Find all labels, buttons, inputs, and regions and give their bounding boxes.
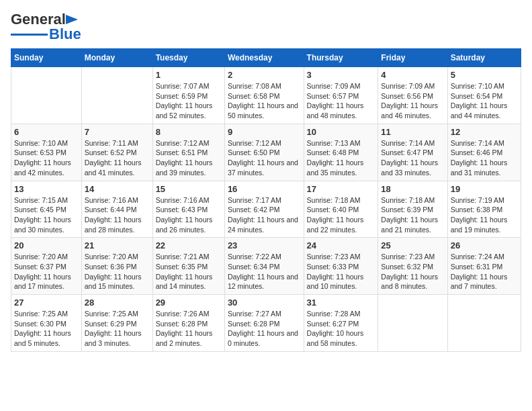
calendar-cell: 19Sunrise: 7:19 AMSunset: 6:38 PMDayligh… bbox=[447, 181, 521, 238]
day-number: 21 bbox=[85, 240, 150, 250]
calendar-cell: 14Sunrise: 7:16 AMSunset: 6:44 PMDayligh… bbox=[81, 181, 152, 238]
svg-marker-0 bbox=[66, 15, 78, 24]
calendar-cell: 5Sunrise: 7:10 AMSunset: 6:54 PMDaylight… bbox=[447, 67, 521, 124]
calendar-cell: 17Sunrise: 7:18 AMSunset: 6:40 PMDayligh… bbox=[304, 181, 378, 238]
calendar-header-row: SundayMondayTuesdayWednesdayThursdayFrid… bbox=[11, 49, 521, 67]
day-info: Sunrise: 7:17 AMSunset: 6:42 PMDaylight:… bbox=[228, 195, 301, 235]
calendar-week-row: 27Sunrise: 7:25 AMSunset: 6:30 PMDayligh… bbox=[11, 295, 521, 352]
day-number: 12 bbox=[451, 127, 518, 137]
calendar-header-thursday: Thursday bbox=[304, 49, 378, 67]
calendar-cell: 30Sunrise: 7:27 AMSunset: 6:28 PMDayligh… bbox=[224, 295, 304, 352]
day-number: 8 bbox=[156, 127, 222, 137]
calendar-cell: 12Sunrise: 7:14 AMSunset: 6:46 PMDayligh… bbox=[447, 124, 521, 181]
day-info: Sunrise: 7:14 AMSunset: 6:47 PMDaylight:… bbox=[381, 138, 444, 178]
calendar-cell: 24Sunrise: 7:23 AMSunset: 6:33 PMDayligh… bbox=[304, 238, 378, 295]
calendar-week-row: 13Sunrise: 7:15 AMSunset: 6:45 PMDayligh… bbox=[11, 181, 521, 238]
day-info: Sunrise: 7:15 AMSunset: 6:45 PMDaylight:… bbox=[14, 195, 79, 235]
day-info: Sunrise: 7:09 AMSunset: 6:57 PMDaylight:… bbox=[307, 81, 375, 121]
calendar-cell: 20Sunrise: 7:20 AMSunset: 6:37 PMDayligh… bbox=[11, 238, 82, 295]
day-info: Sunrise: 7:13 AMSunset: 6:48 PMDaylight:… bbox=[307, 138, 375, 178]
calendar-cell: 6Sunrise: 7:10 AMSunset: 6:53 PMDaylight… bbox=[11, 124, 82, 181]
day-info: Sunrise: 7:12 AMSunset: 6:51 PMDaylight:… bbox=[156, 138, 222, 178]
day-number: 25 bbox=[381, 240, 444, 250]
calendar-cell: 11Sunrise: 7:14 AMSunset: 6:47 PMDayligh… bbox=[378, 124, 447, 181]
calendar-header-sunday: Sunday bbox=[11, 49, 82, 67]
day-info: Sunrise: 7:16 AMSunset: 6:44 PMDaylight:… bbox=[85, 195, 150, 235]
day-info: Sunrise: 7:10 AMSunset: 6:54 PMDaylight:… bbox=[451, 81, 518, 121]
calendar-cell: 3Sunrise: 7:09 AMSunset: 6:57 PMDaylight… bbox=[304, 67, 378, 124]
calendar-cell: 25Sunrise: 7:23 AMSunset: 6:32 PMDayligh… bbox=[378, 238, 447, 295]
logo-arrow-icon bbox=[66, 13, 79, 26]
calendar-header-wednesday: Wednesday bbox=[224, 49, 304, 67]
calendar-cell: 29Sunrise: 7:26 AMSunset: 6:28 PMDayligh… bbox=[152, 295, 224, 352]
page-header: General Blue bbox=[11, 11, 521, 43]
day-info: Sunrise: 7:16 AMSunset: 6:43 PMDaylight:… bbox=[156, 195, 222, 235]
calendar-table: SundayMondayTuesdayWednesdayThursdayFrid… bbox=[11, 48, 521, 352]
day-number: 30 bbox=[228, 298, 301, 308]
calendar-cell: 1Sunrise: 7:07 AMSunset: 6:59 PMDaylight… bbox=[152, 67, 224, 124]
day-number: 9 bbox=[228, 127, 301, 137]
calendar-header-saturday: Saturday bbox=[447, 49, 521, 67]
day-number: 23 bbox=[228, 240, 301, 250]
day-number: 7 bbox=[85, 127, 150, 137]
day-number: 31 bbox=[307, 298, 375, 308]
day-number: 11 bbox=[381, 127, 444, 137]
calendar-cell: 9Sunrise: 7:12 AMSunset: 6:50 PMDaylight… bbox=[224, 124, 304, 181]
day-info: Sunrise: 7:20 AMSunset: 6:37 PMDaylight:… bbox=[14, 252, 79, 291]
day-info: Sunrise: 7:22 AMSunset: 6:34 PMDaylight:… bbox=[228, 252, 301, 291]
calendar-cell: 28Sunrise: 7:25 AMSunset: 6:29 PMDayligh… bbox=[81, 295, 152, 352]
calendar-cell: 2Sunrise: 7:08 AMSunset: 6:58 PMDaylight… bbox=[224, 67, 304, 124]
calendar-cell: 26Sunrise: 7:24 AMSunset: 6:31 PMDayligh… bbox=[447, 238, 521, 295]
day-info: Sunrise: 7:07 AMSunset: 6:59 PMDaylight:… bbox=[156, 81, 222, 121]
day-info: Sunrise: 7:14 AMSunset: 6:46 PMDaylight:… bbox=[451, 138, 518, 178]
day-info: Sunrise: 7:27 AMSunset: 6:28 PMDaylight:… bbox=[228, 309, 301, 349]
calendar-cell: 15Sunrise: 7:16 AMSunset: 6:43 PMDayligh… bbox=[152, 181, 224, 238]
calendar-cell: 27Sunrise: 7:25 AMSunset: 6:30 PMDayligh… bbox=[11, 295, 82, 352]
calendar-week-row: 20Sunrise: 7:20 AMSunset: 6:37 PMDayligh… bbox=[11, 238, 521, 295]
day-number: 22 bbox=[156, 240, 222, 250]
day-number: 15 bbox=[156, 184, 222, 194]
calendar-cell: 22Sunrise: 7:21 AMSunset: 6:35 PMDayligh… bbox=[152, 238, 224, 295]
calendar-cell bbox=[81, 67, 152, 124]
day-number: 6 bbox=[14, 127, 79, 137]
calendar-cell bbox=[447, 295, 521, 352]
day-number: 28 bbox=[85, 298, 150, 308]
calendar-week-row: 1Sunrise: 7:07 AMSunset: 6:59 PMDaylight… bbox=[11, 67, 521, 124]
day-info: Sunrise: 7:12 AMSunset: 6:50 PMDaylight:… bbox=[228, 138, 301, 178]
calendar-cell: 4Sunrise: 7:09 AMSunset: 6:56 PMDaylight… bbox=[378, 67, 447, 124]
day-number: 14 bbox=[85, 184, 150, 194]
calendar-week-row: 6Sunrise: 7:10 AMSunset: 6:53 PMDaylight… bbox=[11, 124, 521, 181]
calendar-header-monday: Monday bbox=[81, 49, 152, 67]
day-number: 2 bbox=[228, 70, 301, 80]
day-info: Sunrise: 7:09 AMSunset: 6:56 PMDaylight:… bbox=[381, 81, 444, 121]
day-number: 17 bbox=[307, 184, 375, 194]
day-number: 20 bbox=[14, 240, 79, 250]
day-info: Sunrise: 7:25 AMSunset: 6:30 PMDaylight:… bbox=[14, 309, 79, 349]
day-number: 26 bbox=[451, 240, 518, 250]
day-info: Sunrise: 7:23 AMSunset: 6:33 PMDaylight:… bbox=[307, 252, 375, 291]
logo-blue: Blue bbox=[49, 26, 81, 43]
day-number: 4 bbox=[381, 70, 444, 80]
day-number: 10 bbox=[307, 127, 375, 137]
day-number: 1 bbox=[156, 70, 222, 80]
day-info: Sunrise: 7:11 AMSunset: 6:52 PMDaylight:… bbox=[85, 138, 150, 178]
day-number: 13 bbox=[14, 184, 79, 194]
calendar-cell bbox=[378, 295, 447, 352]
calendar-header-friday: Friday bbox=[378, 49, 447, 67]
day-info: Sunrise: 7:23 AMSunset: 6:32 PMDaylight:… bbox=[381, 252, 444, 291]
calendar-cell: 13Sunrise: 7:15 AMSunset: 6:45 PMDayligh… bbox=[11, 181, 82, 238]
calendar-cell: 23Sunrise: 7:22 AMSunset: 6:34 PMDayligh… bbox=[224, 238, 304, 295]
calendar-cell: 10Sunrise: 7:13 AMSunset: 6:48 PMDayligh… bbox=[304, 124, 378, 181]
day-info: Sunrise: 7:28 AMSunset: 6:27 PMDaylight:… bbox=[307, 309, 375, 349]
calendar-header-tuesday: Tuesday bbox=[152, 49, 224, 67]
calendar-cell: 31Sunrise: 7:28 AMSunset: 6:27 PMDayligh… bbox=[304, 295, 378, 352]
day-info: Sunrise: 7:26 AMSunset: 6:28 PMDaylight:… bbox=[156, 309, 222, 349]
calendar-cell bbox=[11, 67, 82, 124]
calendar-cell: 8Sunrise: 7:12 AMSunset: 6:51 PMDaylight… bbox=[152, 124, 224, 181]
day-info: Sunrise: 7:08 AMSunset: 6:58 PMDaylight:… bbox=[228, 81, 301, 121]
logo: General Blue bbox=[11, 11, 81, 43]
day-info: Sunrise: 7:25 AMSunset: 6:29 PMDaylight:… bbox=[85, 309, 150, 349]
day-info: Sunrise: 7:24 AMSunset: 6:31 PMDaylight:… bbox=[451, 252, 518, 291]
day-number: 16 bbox=[228, 184, 301, 194]
calendar-cell: 16Sunrise: 7:17 AMSunset: 6:42 PMDayligh… bbox=[224, 181, 304, 238]
